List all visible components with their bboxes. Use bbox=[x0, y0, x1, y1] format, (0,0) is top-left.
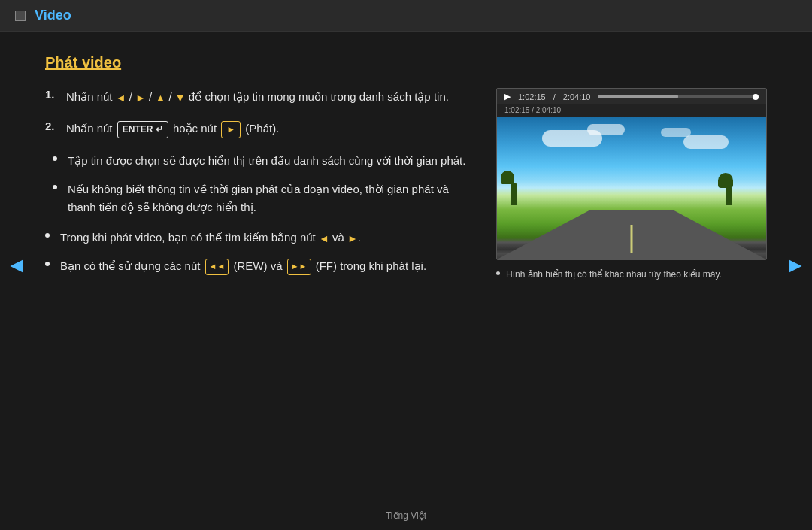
step-1-text: Nhấn nút ◄ / ► / ▲ / ▼ để chọn tập tin m… bbox=[66, 88, 449, 106]
step-2-text: Nhấn nút ENTER ↵ hoặc nút ► (Phát). bbox=[66, 120, 279, 138]
section-title: Phát video bbox=[45, 54, 767, 71]
ff-button-icon: ►► bbox=[287, 259, 311, 275]
step-1-arrow-right: ► bbox=[135, 89, 146, 106]
cloud-2 bbox=[587, 124, 625, 135]
step-1: 1. Nhấn nút ◄ / ► / ▲ / ▼ để chọn tập ti… bbox=[45, 88, 474, 106]
time-display: 1:02:15 bbox=[518, 92, 546, 101]
step-1-arrow-up: ▲ bbox=[155, 89, 165, 106]
progress-bar bbox=[598, 95, 759, 98]
bullet-dot-1 bbox=[53, 156, 57, 161]
bullet-item-4: Bạn có thể sử dụng các nút ◄◄ (REW) và ►… bbox=[45, 257, 474, 275]
bullet-text-4: Bạn có thể sử dụng các nút ◄◄ (REW) và ►… bbox=[60, 257, 426, 275]
bullet-dot-4 bbox=[45, 262, 50, 266]
step-1-arrow-down: ▼ bbox=[175, 89, 186, 106]
footer: Tiếng Việt bbox=[0, 510, 812, 521]
road-center-line bbox=[631, 225, 633, 253]
bullet-text-3: Trong khi phát video, bạn có thể tìm kiế… bbox=[60, 229, 361, 247]
enter-key-icon: ENTER ↵ bbox=[117, 121, 168, 138]
tree-top-1 bbox=[501, 171, 514, 184]
bullet-item-2: Nếu không biết thông tin về thời gian ph… bbox=[53, 180, 474, 217]
video-time-small: 1:02:15 / 2:04:10 bbox=[497, 104, 766, 117]
indented-bullets: Tập tin được chọn sẽ được hiển thị trên … bbox=[53, 152, 474, 217]
video-scene bbox=[497, 117, 766, 259]
header-bar: Video bbox=[0, 0, 812, 32]
cloud-4 bbox=[661, 128, 691, 137]
tree-top-2 bbox=[718, 173, 733, 188]
progress-fill bbox=[598, 95, 678, 98]
video-player: ▶ 1:02:15 / 2:04:10 1:02:15 / 2:04:10 bbox=[496, 88, 767, 260]
bullet-item-1: Tập tin được chọn sẽ được hiển thị trên … bbox=[53, 152, 474, 170]
cloud-3 bbox=[683, 135, 729, 149]
header-title: Video bbox=[35, 8, 71, 23]
bullet-text-2: Nếu không biết thông tin về thời gian ph… bbox=[68, 180, 474, 217]
time-total: 2:04:10 bbox=[563, 92, 591, 101]
video-top-bar: ▶ 1:02:15 / 2:04:10 bbox=[497, 89, 766, 104]
outer-bullets: Trong khi phát video, bạn có thể tìm kiế… bbox=[45, 229, 474, 275]
footer-language: Tiếng Việt bbox=[386, 510, 426, 521]
rew-button-icon: ◄◄ bbox=[205, 259, 229, 275]
caption-text: Hình ảnh hiển thị có thể khác nhau tùy t… bbox=[506, 268, 722, 281]
step-1-num: 1. bbox=[45, 88, 66, 101]
main-content: Phát video 1. Nhấn nút ◄ / ► / ▲ / ▼ để … bbox=[0, 32, 812, 301]
step-1-arrow-left: ◄ bbox=[116, 89, 126, 106]
caption-dot bbox=[496, 271, 500, 275]
left-column: 1. Nhấn nút ◄ / ► / ▲ / ▼ để chọn tập ti… bbox=[45, 88, 474, 286]
play-triangle-icon: ▶ bbox=[504, 92, 511, 101]
right-column: ▶ 1:02:15 / 2:04:10 1:02:15 / 2:04:10 bbox=[496, 88, 767, 281]
step-2-num: 2. bbox=[45, 120, 66, 132]
main-layout: 1. Nhấn nút ◄ / ► / ▲ / ▼ để chọn tập ti… bbox=[45, 88, 767, 286]
play-button-icon: ► bbox=[221, 121, 241, 138]
search-arrow-right-icon: ► bbox=[347, 230, 358, 247]
search-arrow-left-icon: ◄ bbox=[319, 230, 329, 247]
bullet-dot-3 bbox=[45, 233, 50, 238]
video-caption: Hình ảnh hiển thị có thể khác nhau tùy t… bbox=[496, 268, 767, 281]
bullet-dot-2 bbox=[53, 185, 57, 189]
tree-2 bbox=[726, 186, 732, 205]
video-section-icon bbox=[15, 11, 26, 21]
step-2: 2. Nhấn nút ENTER ↵ hoặc nút ► (Phát). bbox=[45, 120, 474, 138]
bullet-text-1: Tập tin được chọn sẽ được hiển thị trên … bbox=[68, 152, 465, 170]
tree-1 bbox=[511, 183, 517, 205]
time-separator: / bbox=[553, 92, 556, 101]
progress-indicator bbox=[753, 94, 759, 100]
bullet-item-3: Trong khi phát video, bạn có thể tìm kiế… bbox=[45, 229, 474, 247]
